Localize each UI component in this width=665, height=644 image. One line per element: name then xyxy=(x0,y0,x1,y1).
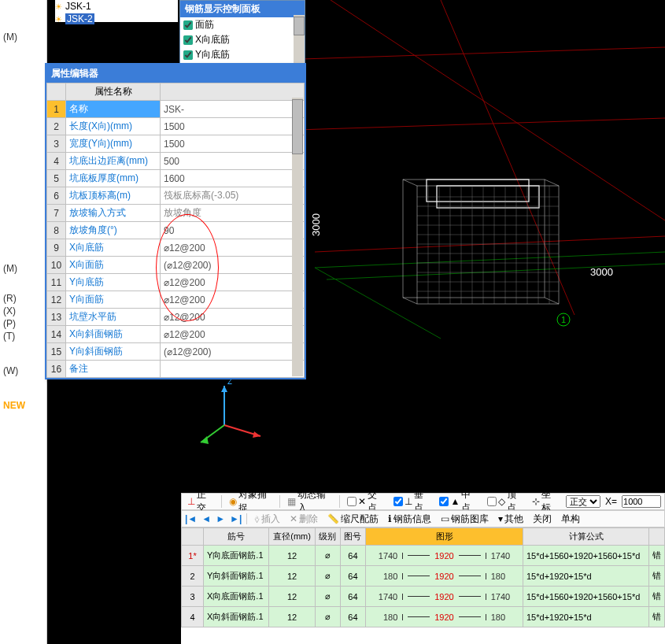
prop-name: X向底筋 xyxy=(66,239,161,257)
prop-scrollbar[interactable] xyxy=(292,98,303,376)
close-button[interactable]: 关闭 xyxy=(530,512,554,527)
row-number: 2 xyxy=(47,118,66,135)
svg-line-5 xyxy=(315,252,665,268)
checkbox[interactable] xyxy=(183,50,193,60)
other-button[interactable]: ▾其他 xyxy=(496,512,526,527)
scroll-thumb[interactable] xyxy=(294,17,305,35)
rebar-row[interactable]: 3X向底面钢筋.112⌀6417401920174015*d+1560+1920… xyxy=(182,587,665,607)
bar-level[interactable]: ⌀ xyxy=(315,546,340,566)
single-button[interactable]: 单构 xyxy=(559,512,582,527)
prop-name: 长度(X向)(mm) xyxy=(66,118,161,135)
bar-formula[interactable]: 15*d+1560+1920+1560+15*d xyxy=(523,546,649,566)
prop-value[interactable]: ⌀12@200 xyxy=(161,274,305,291)
prop-row[interactable]: 11Y向底筋⌀12@200 xyxy=(47,274,305,291)
prop-value[interactable]: 筏板底标高(-3.05) xyxy=(161,187,305,205)
bar-dia[interactable]: 12 xyxy=(269,546,316,566)
bar-formula[interactable]: 15*d+1920+15*d xyxy=(523,607,649,627)
chk-face-bar[interactable]: 面筋 xyxy=(180,17,305,32)
info-button[interactable]: ℹ钢筋信息 xyxy=(386,512,434,527)
rebar-row[interactable]: 1*Y向底面钢筋.112⌀6417401920174015*d+1560+192… xyxy=(182,546,665,566)
bar-extra: 错 xyxy=(649,566,665,587)
next-button[interactable]: ► xyxy=(216,513,225,524)
scroll-thumb[interactable] xyxy=(292,99,303,154)
bar-formula[interactable]: 15*d+1560+1920+1560+15*d xyxy=(523,587,649,607)
prop-row[interactable]: 2长度(X向)(mm)1500 xyxy=(47,118,305,135)
prop-value[interactable] xyxy=(161,361,305,378)
prop-value[interactable]: ⌀12@200 xyxy=(161,239,305,257)
prop-row[interactable]: 6坑板顶标高(m)筏板底标高(-3.05) xyxy=(47,187,305,205)
bar-level[interactable]: ⌀ xyxy=(315,587,340,607)
first-button[interactable]: |◄ xyxy=(185,513,197,524)
prop-row[interactable]: 15Y向斜面钢筋(⌀12@200) xyxy=(47,343,305,361)
prop-value[interactable]: ⌀12@200 xyxy=(161,309,305,326)
svg-rect-9 xyxy=(403,180,545,298)
col-fig: 图号 xyxy=(340,528,365,546)
prop-row[interactable]: 1名称JSK- xyxy=(47,101,305,118)
prop-row[interactable]: 13坑壁水平筋⌀12@200 xyxy=(47,309,305,326)
delete-button[interactable]: ✕删除 xyxy=(287,512,320,527)
row-number: 1* xyxy=(182,546,204,566)
bar-fig[interactable]: 64 xyxy=(340,566,365,587)
chk-x-bottom[interactable]: X向底筋 xyxy=(180,32,305,47)
rebar-table: 筋号 直径(mm) 级别 图号 图形 计算公式 1*Y向底面钢筋.112⌀641… xyxy=(181,527,665,644)
checkbox[interactable] xyxy=(183,35,193,45)
prop-value[interactable]: (⌀12@200) xyxy=(161,343,305,361)
lib-button[interactable]: ▭钢筋图库 xyxy=(438,512,491,527)
bar-level[interactable]: ⌀ xyxy=(315,566,340,587)
svg-rect-15 xyxy=(427,180,529,202)
bar-dia[interactable]: 12 xyxy=(269,566,316,587)
insert-button[interactable]: ⎀插入 xyxy=(252,512,283,527)
row-number: 8 xyxy=(47,222,66,239)
bar-fig[interactable]: 64 xyxy=(340,607,365,627)
prop-row[interactable]: 5坑底板厚度(mm)1600 xyxy=(47,170,305,187)
prop-value[interactable]: 放坡角度 xyxy=(161,205,305,222)
prop-row[interactable]: 16备注 xyxy=(47,361,305,378)
tree-item-jsk1[interactable]: ☀ JSK-1 xyxy=(55,0,178,13)
rebar-row[interactable]: 4X向斜面钢筋.112⌀64180192018015*d+1920+15*d错 xyxy=(182,607,665,627)
prop-row[interactable]: 9X向底筋⌀12@200 xyxy=(47,239,305,257)
prop-value[interactable]: JSK- xyxy=(161,101,305,118)
last-button[interactable]: ►| xyxy=(230,513,242,524)
checkbox[interactable] xyxy=(183,20,193,30)
bar-level[interactable]: ⌀ xyxy=(315,607,340,627)
col-graphic: 图形 xyxy=(366,528,523,546)
prop-row[interactable]: 10X向面筋(⌀12@200) xyxy=(47,257,305,274)
prop-name: 放坡角度(°) xyxy=(66,222,161,239)
row-number: 9 xyxy=(47,239,66,257)
rebar-row[interactable]: 2Y向斜面钢筋.112⌀64180192018015*d+1920+15*d错 xyxy=(182,566,665,587)
prop-row[interactable]: 4坑底出边距离(mm)500 xyxy=(47,153,305,170)
tree-item-jsk2[interactable]: ☀ JSK-2 xyxy=(55,13,178,25)
bar-dia[interactable]: 12 xyxy=(269,607,316,627)
bar-name: Y向斜面钢筋.1 xyxy=(204,566,269,587)
bar-formula[interactable]: 15*d+1920+15*d xyxy=(523,566,649,587)
prop-row[interactable]: 12Y向面筋⌀12@200 xyxy=(47,291,305,309)
prev-button[interactable]: ◄ xyxy=(201,513,211,524)
prop-value[interactable]: ⌀12@200 xyxy=(161,326,305,343)
prop-name: 放坡输入方式 xyxy=(66,205,161,222)
prop-name: 坑板顶标高(m) xyxy=(66,187,161,205)
prop-value[interactable]: 1600 xyxy=(161,170,305,187)
x-input[interactable] xyxy=(622,495,661,508)
prop-value[interactable]: ⌀12@200 xyxy=(161,291,305,309)
dim-label-2: 3000 xyxy=(590,266,613,278)
prop-value[interactable]: 1500 xyxy=(161,118,305,135)
bar-fig[interactable]: 64 xyxy=(340,546,365,566)
prop-value[interactable]: 1500 xyxy=(161,135,305,153)
bar-fig[interactable]: 64 xyxy=(340,587,365,607)
svg-line-10 xyxy=(403,180,417,186)
prop-row[interactable]: 3宽度(Y向)(mm)1500 xyxy=(47,135,305,153)
ortho-select[interactable]: 正交 xyxy=(566,495,600,508)
row-number: 12 xyxy=(47,291,66,309)
chk-y-bottom[interactable]: Y向底筋 xyxy=(180,47,305,62)
bar-dia[interactable]: 12 xyxy=(269,587,316,607)
scale-button[interactable]: 📏缩尺配筋 xyxy=(325,512,381,527)
row-number: 6 xyxy=(47,187,66,205)
prop-value[interactable]: 500 xyxy=(161,153,305,170)
prop-value[interactable]: 90 xyxy=(161,222,305,239)
prop-row[interactable]: 14X向斜面钢筋⌀12@200 xyxy=(47,326,305,343)
prop-value[interactable]: (⌀12@200) xyxy=(161,257,305,274)
prop-row[interactable]: 8放坡角度(°)90 xyxy=(47,222,305,239)
svg-rect-14 xyxy=(437,186,539,208)
prop-row[interactable]: 7放坡输入方式放坡角度 xyxy=(47,205,305,222)
row-number: 3 xyxy=(47,135,66,153)
